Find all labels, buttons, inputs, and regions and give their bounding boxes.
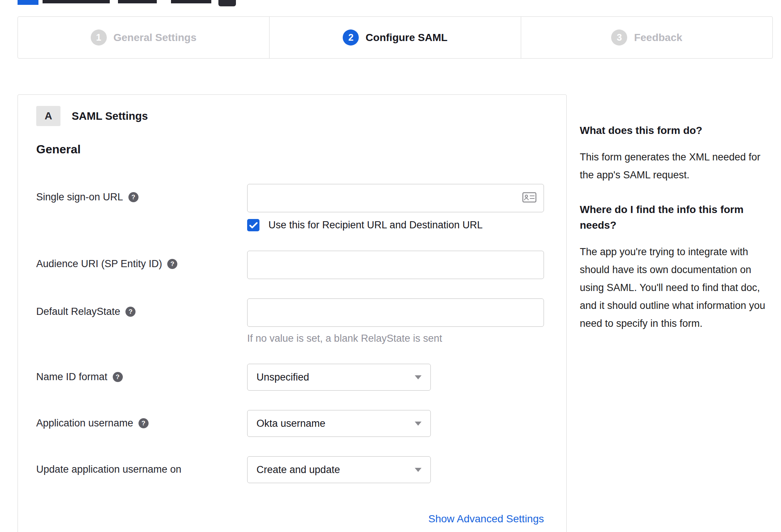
sso-url-control: Use this for Recipient URL and Destinati… bbox=[247, 184, 544, 231]
relay-state-label-cell: Default RelayState ? bbox=[36, 298, 247, 344]
recipient-url-checkbox-label: Use this for Recipient URL and Destinati… bbox=[268, 219, 483, 231]
step-label: Configure SAML bbox=[365, 32, 447, 44]
name-id-format-value: Unspecified bbox=[256, 372, 309, 383]
sso-url-input[interactable] bbox=[247, 184, 544, 212]
name-id-format-label-cell: Name ID format ? bbox=[36, 364, 247, 391]
update-username-label-cell: Update application username on bbox=[36, 456, 247, 483]
update-username-select[interactable]: Create and update bbox=[247, 456, 431, 483]
recipient-url-checkbox[interactable] bbox=[247, 219, 259, 231]
application-username-value: Okta username bbox=[256, 418, 326, 429]
help-sidebar: What does this form do? This form genera… bbox=[580, 94, 773, 350]
name-id-format-select[interactable]: Unspecified bbox=[247, 364, 431, 391]
help-icon[interactable]: ? bbox=[128, 192, 139, 202]
name-id-format-label: Name ID format bbox=[36, 371, 108, 383]
clipped-header-text-fragment bbox=[171, 0, 211, 3]
show-advanced-settings-link[interactable]: Show Advanced Settings bbox=[428, 513, 544, 525]
help-body-where: The app you're trying to integrate with … bbox=[580, 243, 773, 332]
step-label: Feedback bbox=[634, 32, 682, 44]
advanced-settings-row: Show Advanced Settings bbox=[247, 513, 544, 525]
form-row-update-username: Update application username on Create an… bbox=[36, 456, 560, 483]
audience-uri-label: Audience URI (SP Entity ID) bbox=[36, 258, 162, 270]
chevron-down-icon bbox=[415, 422, 421, 426]
step-feedback[interactable]: 3 Feedback bbox=[521, 17, 772, 58]
relay-state-input[interactable] bbox=[247, 298, 544, 327]
clipped-header-text-fragment bbox=[43, 0, 110, 3]
help-body-what: This form generates the XML needed for t… bbox=[580, 148, 773, 184]
form-row-relay-state: Default RelayState ? If no value is set,… bbox=[36, 298, 560, 344]
form-row-sso-url: Single sign-on URL ? bbox=[36, 184, 560, 231]
saml-settings-card: A SAML Settings General Single sign-on U… bbox=[18, 94, 567, 532]
page-content: A SAML Settings General Single sign-on U… bbox=[18, 94, 773, 532]
application-username-label-cell: Application username ? bbox=[36, 410, 247, 437]
card-header: A SAML Settings bbox=[36, 106, 560, 126]
form-row-name-id-format: Name ID format ? Unspecified bbox=[36, 364, 560, 391]
audience-uri-input[interactable] bbox=[247, 251, 544, 279]
clipped-header-logo-fragment bbox=[18, 0, 38, 5]
step-general-settings[interactable]: 1 General Settings bbox=[18, 17, 270, 58]
wizard-stepper: 1 General Settings 2 Configure SAML 3 Fe… bbox=[18, 16, 773, 59]
relay-state-label: Default RelayState bbox=[36, 306, 120, 317]
application-username-label: Application username bbox=[36, 417, 133, 429]
chevron-down-icon bbox=[415, 468, 421, 472]
help-icon[interactable]: ? bbox=[167, 259, 177, 269]
recipient-url-checkbox-row: Use this for Recipient URL and Destinati… bbox=[247, 219, 544, 231]
form-row-audience-uri: Audience URI (SP Entity ID) ? bbox=[36, 251, 560, 279]
section-a-badge: A bbox=[36, 106, 60, 126]
help-heading-what: What does this form do? bbox=[580, 123, 773, 138]
help-heading-where: Where do I find the info this form needs… bbox=[580, 202, 773, 233]
step-label: General Settings bbox=[113, 32, 197, 44]
sso-url-label: Single sign-on URL bbox=[36, 191, 123, 203]
relay-state-helper-text: If no value is set, a blank RelayState i… bbox=[247, 333, 544, 344]
chevron-down-icon bbox=[415, 375, 421, 379]
clipped-header-button-fragment bbox=[218, 0, 236, 6]
application-username-select[interactable]: Okta username bbox=[247, 410, 431, 437]
help-icon[interactable]: ? bbox=[139, 418, 149, 428]
clipped-header-text-fragment bbox=[118, 0, 157, 3]
step-number-badge: 1 bbox=[91, 29, 107, 46]
contact-card-icon bbox=[522, 192, 536, 204]
audience-uri-label-cell: Audience URI (SP Entity ID) ? bbox=[36, 251, 247, 279]
step-configure-saml[interactable]: 2 Configure SAML bbox=[270, 17, 521, 58]
help-icon[interactable]: ? bbox=[113, 372, 123, 382]
sso-url-label-cell: Single sign-on URL ? bbox=[36, 184, 247, 231]
step-number-badge: 3 bbox=[611, 29, 627, 46]
general-group-title: General bbox=[36, 143, 560, 156]
step-number-badge: 2 bbox=[343, 29, 359, 46]
update-username-label: Update application username on bbox=[36, 464, 181, 475]
update-username-value: Create and update bbox=[256, 464, 340, 476]
help-icon[interactable]: ? bbox=[125, 307, 136, 317]
card-title: SAML Settings bbox=[72, 110, 148, 122]
form-row-application-username: Application username ? Okta username bbox=[36, 410, 560, 437]
